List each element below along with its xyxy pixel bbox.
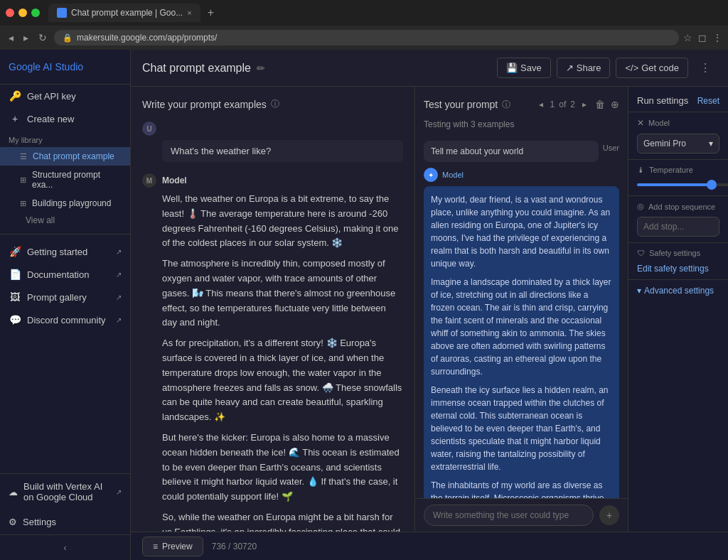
settings-reset-button[interactable]: Reset [697,96,719,106]
test-messages: Tell me about your world User ✦ model My… [415,135,628,498]
edit-icon[interactable]: ✏ [257,63,265,74]
documentation-label: Documentation [27,269,89,280]
prompt-turn-model-1: M model Well, the weather on Europa is a… [142,173,403,532]
advanced-settings-label: Advanced settings [644,286,714,296]
get-code-button[interactable]: </> Get code [616,58,688,78]
sidebar: Google AI Studio 🔑 Get API key + Create … [0,50,131,560]
address-bar[interactable]: 🔒 makersuite.google.com/app/prompts/ [54,30,679,45]
save-button[interactable]: 💾 Save [497,58,551,78]
sidebar-item-documentation[interactable]: 📄 Documentation ↗ [0,263,130,286]
safety-label-text: Safety settings [649,249,700,257]
preview-bar: ≡ Preview 736 / 30720 [131,532,728,560]
test-subtitle: Testing with 3 examples [415,117,628,135]
test-message-row-user: Tell me about your world User [424,141,619,162]
lock-icon: 🔒 [63,33,73,43]
test-subtitle-text: Testing with 3 examples [424,119,514,129]
model-para-5: So, while the weather on Europa might be… [162,510,403,532]
tab-close-button[interactable]: × [187,9,191,17]
test-nav-next[interactable]: ▸ [579,98,589,111]
model-badge: ✦ model [424,168,619,182]
gallery-icon: 🖼 [9,291,21,303]
browser-tab-bar: Chat prompt example | Goo... × + [0,0,728,26]
test-area: Test your prompt ⓘ ◂ 1 of 2 ▸ 🗑 ⊕ [415,87,628,532]
external-link-icon-vertex: ↗ [116,488,122,496]
browser-tab[interactable]: Chat prompt example | Goo... × [48,4,200,22]
maximize-dot[interactable] [31,9,40,17]
sidebar-item-getting-started[interactable]: 🚀 Getting started ↗ [0,240,130,263]
sidebar-collapse-button[interactable]: ‹ [0,534,130,560]
close-dot[interactable] [6,9,14,17]
model-avatar-icon-1: M [142,173,156,188]
chevron-down-icon-advanced: ▾ [637,286,641,296]
reload-button[interactable]: ↻ [36,31,50,45]
minimize-dot[interactable] [18,9,27,17]
temp-label-icon: 🌡 [637,166,645,174]
settings-title: Run settings [637,95,688,106]
preview-button[interactable]: ≡ Preview [142,537,203,556]
user-question-text[interactable]: What's the weather like? [162,140,403,162]
add-test-button[interactable]: ⊕ [611,99,619,110]
sidebar-item-vertex[interactable]: ☁ Build with Vertex AI on Google Cloud ↗ [0,474,130,510]
view-all-button[interactable]: View all [0,212,130,228]
share-button[interactable]: ↗ Share [557,58,611,78]
test-nav-total: 2 [570,99,575,109]
test-input-field[interactable] [424,505,594,526]
test-send-button[interactable]: + [599,505,619,525]
save-icon: 💾 [506,63,518,73]
sidebar-item-api-key[interactable]: 🔑 Get API key [0,85,130,107]
temperature-row: 0.9 [637,180,719,190]
more-options-button[interactable]: ⋮ [694,57,717,79]
safety-label-icon: 🛡 [637,249,645,257]
test-nav-prev[interactable]: ◂ [536,98,546,111]
sidebar-item-settings[interactable]: ⚙ Settings [0,510,130,534]
profile-icon[interactable]: ◻ [698,32,707,43]
key-icon: 🔑 [9,90,21,102]
header-actions: 💾 Save ↗ Share </> Get code ⋮ [497,57,717,79]
model-label-icon: ✕ [637,118,644,128]
sidebar-item-buildings[interactable]: ⊞ Buildings playground [0,194,130,212]
test-model-message: My world, dear friend, is a vast and won… [424,186,619,498]
save-label: Save [520,63,542,73]
test-nav-of: of [559,99,566,109]
sidebar-item-prompt-gallery[interactable]: 🖼 Prompt gallery ↗ [0,286,130,308]
workspace: Write your prompt examples ⓘ U What's th… [131,87,728,532]
info-icon[interactable]: ⓘ [271,98,279,110]
prompt-turn-user-1: U What's the weather like? [142,122,403,162]
temperature-section: 🌡 Temperature 0.9 [628,159,728,195]
edit-safety-settings-button[interactable]: Edit safety settings [637,264,709,274]
advanced-settings-toggle[interactable]: ▾ Advanced settings [628,279,728,301]
get-code-label: Get code [641,63,679,73]
model-para-3: As for precipitation, it's a different s… [162,336,403,425]
discord-icon: 💬 [9,314,21,325]
prompt-editor-title: Write your prompt examples ⓘ [142,98,403,110]
settings-label: Settings [23,517,56,527]
sidebar-item-discord[interactable]: 💬 Discord community ↗ [0,308,130,331]
api-key-label: Get API key [27,91,76,102]
bookmark-icon[interactable]: ☆ [683,32,692,43]
title-text: Chat prompt example [142,62,251,75]
extensions-icon[interactable]: ⋮ [712,32,722,43]
test-title-text: Test your prompt [424,99,498,110]
safety-label: 🛡 Safety settings [637,249,719,257]
temperature-slider[interactable] [637,183,728,186]
test-user-message: Tell me about your world [424,141,599,162]
delete-test-button[interactable]: 🗑 [595,99,605,110]
forward-button[interactable]: ▸ [21,31,31,45]
chat-icon: ☰ [20,152,27,161]
settings-panel: Run settings Reset ✕ Model Gemini Pro ▾ [628,87,728,532]
user-turn-label: U [142,122,403,136]
sidebar-item-structured-prompt[interactable]: ⊞ Structured prompt exa... [0,166,130,194]
sidebar-item-chat-prompt[interactable]: ☰ Chat prompt example [0,147,130,166]
new-tab-button[interactable]: + [203,6,218,19]
stop-sequence-label: ◎ Add stop sequence [637,202,719,211]
model-label-text: Model [648,119,670,127]
safety-section: 🛡 Safety settings Edit safety settings [628,242,728,279]
test-info-icon[interactable]: ⓘ [502,99,510,111]
stop-label-icon: ◎ [637,202,644,211]
sidebar-item-create-new[interactable]: + Create new [0,107,130,130]
model-select-dropdown[interactable]: Gemini Pro ▾ [637,134,719,154]
stop-sequence-input[interactable] [637,217,719,237]
prompt-editor-label: Write your prompt examples [142,99,267,110]
back-button[interactable]: ◂ [6,31,16,45]
create-new-label: Create new [27,114,74,124]
